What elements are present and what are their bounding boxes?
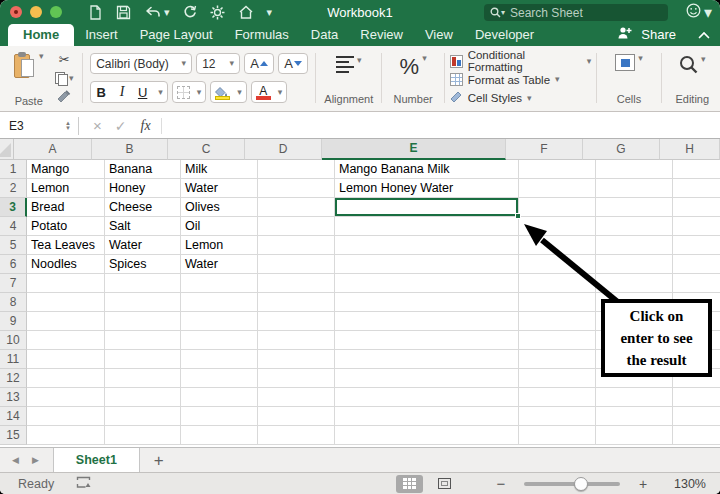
cell-G1[interactable]	[596, 160, 673, 179]
select-all-corner[interactable]	[0, 139, 14, 160]
cell-A4[interactable]: Potato	[27, 217, 105, 236]
home-icon[interactable]	[238, 5, 254, 19]
page-layout-view-button[interactable]	[431, 475, 458, 493]
undo-dropdown-icon[interactable]: ▾	[164, 7, 170, 18]
cell-A10[interactable]	[27, 331, 105, 350]
cell-F15[interactable]	[519, 426, 596, 445]
column-header-D[interactable]: D	[245, 139, 322, 160]
cell-G6[interactable]	[596, 255, 673, 274]
tab-home[interactable]: Home	[8, 24, 74, 46]
cell-D4[interactable]	[258, 217, 335, 236]
row-header-8[interactable]: 8	[0, 293, 27, 312]
row-header-10[interactable]: 10	[0, 331, 27, 350]
column-header-F[interactable]: F	[506, 139, 583, 160]
cell-C15[interactable]	[181, 426, 258, 445]
sheet-nav-left-icon[interactable]: ◀	[12, 455, 19, 465]
column-header-C[interactable]: C	[168, 139, 245, 160]
paste-dropdown-icon[interactable]: ▾	[39, 52, 44, 61]
cell-E7[interactable]	[335, 274, 519, 293]
cell-D15[interactable]	[258, 426, 335, 445]
cell-F13[interactable]	[519, 388, 596, 407]
tab-page-layout[interactable]: Page Layout	[129, 24, 224, 46]
alignment-button[interactable]: ▾ Alignment	[321, 50, 376, 109]
settings-gear-icon[interactable]	[210, 5, 225, 20]
row-header-7[interactable]: 7	[0, 274, 27, 293]
cell-B8[interactable]	[105, 293, 181, 312]
row-header-2[interactable]: 2	[0, 179, 27, 198]
decrease-font-button[interactable]: A	[278, 53, 308, 74]
cell-E9[interactable]	[335, 312, 519, 331]
row-header-6[interactable]: 6	[0, 255, 27, 274]
cell-G7[interactable]	[596, 274, 673, 293]
cell-B5[interactable]: Water	[105, 236, 181, 255]
collapse-ribbon-icon[interactable]	[698, 25, 710, 43]
row-header-13[interactable]: 13	[0, 388, 27, 407]
tab-developer[interactable]: Developer	[464, 24, 545, 46]
cell-F11[interactable]	[519, 350, 596, 369]
underline-button[interactable]: U	[137, 85, 148, 100]
alignment-dropdown-icon[interactable]: ▾	[357, 56, 362, 65]
undo-icon[interactable]	[144, 6, 161, 19]
cell-F8[interactable]	[519, 293, 596, 312]
fill-color-icon[interactable]	[215, 84, 230, 100]
cell-B10[interactable]	[105, 331, 181, 350]
increase-font-button[interactable]: A	[244, 53, 274, 74]
column-header-A[interactable]: A	[14, 139, 92, 160]
share-person-icon[interactable]	[617, 25, 633, 43]
cell-D12[interactable]	[258, 369, 335, 388]
cell-E8[interactable]	[335, 293, 519, 312]
cell-H14[interactable]	[673, 407, 720, 426]
cell-B3[interactable]: Cheese	[105, 198, 181, 217]
stepper-down-icon[interactable]: ▼	[65, 126, 71, 131]
sheet-tab-sheet1[interactable]: Sheet1	[53, 448, 140, 473]
cell-F1[interactable]	[519, 160, 596, 179]
cell-D8[interactable]	[258, 293, 335, 312]
cell-C6[interactable]: Water	[181, 255, 258, 274]
borders-dropdown-icon[interactable]: ▾	[197, 88, 202, 97]
cell-C7[interactable]	[181, 274, 258, 293]
cell-E6[interactable]	[335, 255, 519, 274]
bold-button[interactable]: B	[95, 85, 107, 100]
cell-F7[interactable]	[519, 274, 596, 293]
cell-F14[interactable]	[519, 407, 596, 426]
zoom-slider-thumb[interactable]	[574, 477, 588, 491]
cell-H2[interactable]	[673, 179, 720, 198]
cell-D3[interactable]	[258, 198, 335, 217]
cell-A5[interactable]: Tea Leaves	[27, 236, 105, 255]
row-header-11[interactable]: 11	[0, 350, 27, 369]
cell-H4[interactable]	[673, 217, 720, 236]
cancel-icon[interactable]: ×	[93, 117, 102, 134]
cell-C1[interactable]: Milk	[181, 160, 258, 179]
cell-C2[interactable]: Water	[181, 179, 258, 198]
cell-C4[interactable]: Oil	[181, 217, 258, 236]
cell-D14[interactable]	[258, 407, 335, 426]
cell-E12[interactable]	[335, 369, 519, 388]
number-button[interactable]: % ▾ Number	[387, 50, 438, 109]
cell-F3[interactable]	[519, 198, 596, 217]
cell-H6[interactable]	[673, 255, 720, 274]
cell-B13[interactable]	[105, 388, 181, 407]
format-painter-icon[interactable]	[57, 90, 71, 103]
sheet-nav-right-icon[interactable]: ▶	[32, 455, 39, 465]
cell-D1[interactable]	[258, 160, 335, 179]
cell-A14[interactable]	[27, 407, 105, 426]
column-header-B[interactable]: B	[92, 139, 168, 160]
row-header-5[interactable]: 5	[0, 236, 27, 255]
enter-icon[interactable]: ✓	[115, 118, 127, 134]
cell-C14[interactable]	[181, 407, 258, 426]
fill-handle[interactable]	[515, 213, 521, 219]
borders-icon[interactable]	[177, 86, 190, 99]
editing-dropdown-icon[interactable]: ▾	[701, 55, 706, 64]
cell-E11[interactable]	[335, 350, 519, 369]
cell-H7[interactable]	[673, 274, 720, 293]
cell-F4[interactable]	[519, 217, 596, 236]
editing-button[interactable]: ▾ Editing	[667, 50, 718, 109]
cell-E13[interactable]	[335, 388, 519, 407]
cells-button[interactable]: ▾ Cells	[602, 50, 655, 109]
cell-D5[interactable]	[258, 236, 335, 255]
cell-F9[interactable]	[519, 312, 596, 331]
cell-D7[interactable]	[258, 274, 335, 293]
row-header-9[interactable]: 9	[0, 312, 27, 331]
minimize-button[interactable]	[30, 6, 42, 18]
cell-C13[interactable]	[181, 388, 258, 407]
